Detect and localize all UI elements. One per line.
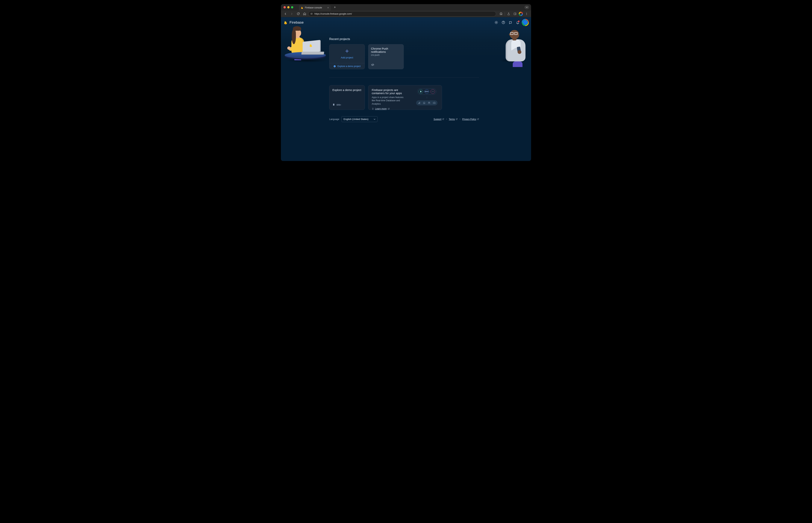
new-tab-button[interactable]: + — [333, 5, 337, 10]
firebase-app: Firebase — [281, 17, 531, 161]
explore-demo-label: Explore a demo project — [337, 65, 360, 68]
extensions-button[interactable] — [498, 11, 504, 17]
external-link-icon — [442, 118, 444, 120]
terms-link[interactable]: Terms — [449, 118, 458, 121]
project-title: Chrome Push notifications — [371, 47, 401, 53]
info-card: Firebase projects are containers for you… — [368, 85, 442, 110]
svg-point-0 — [311, 14, 311, 14]
lower-row: Explore a demo project iOS+ Firebase pro… — [329, 85, 479, 110]
minimize-window-icon[interactable] — [287, 6, 289, 8]
add-project-label: Add project — [341, 56, 353, 59]
back-button[interactable] — [283, 11, 288, 17]
external-link-icon — [477, 118, 479, 120]
lightbulb-icon — [372, 108, 374, 110]
explore-demo-title: Explore a demo project — [332, 88, 361, 92]
browser-menu-button[interactable] — [524, 11, 529, 17]
toolbar-right — [498, 11, 529, 17]
language-label: Language — [329, 118, 339, 121]
tab-title: Firebase console — [305, 6, 326, 9]
content: Recent projects Add project Explore a de… — [329, 37, 479, 122]
support-link[interactable]: Support — [434, 118, 444, 121]
svg-point-6 — [496, 22, 497, 23]
privacy-link[interactable]: Privacy Policy — [462, 118, 479, 121]
account-avatar[interactable] — [522, 19, 528, 26]
web-chip-icon — [430, 89, 435, 94]
divider — [329, 77, 479, 78]
tab-bar: Firebase console × + — [281, 4, 531, 11]
plus-icon — [345, 49, 350, 54]
cloud-functions-icon — [433, 102, 436, 104]
tab-overview-button[interactable] — [524, 5, 529, 9]
explore-platform-icons: iOS+ — [332, 103, 361, 107]
firebase-logo-icon — [284, 20, 288, 24]
help-button[interactable] — [501, 20, 506, 25]
notifications-button[interactable] — [515, 20, 520, 25]
brand[interactable]: Firebase — [284, 20, 304, 24]
ios-icon: iOS+ — [337, 104, 341, 106]
browser-profile-button[interactable] — [519, 12, 523, 16]
browser-window: Firebase console × + — [281, 4, 531, 161]
labs-button[interactable] — [506, 11, 511, 17]
footer: Language English (United States) Support… — [329, 116, 479, 122]
svg-point-1 — [312, 14, 312, 14]
external-link-icon — [388, 108, 390, 110]
app-bar: Firebase — [281, 17, 531, 28]
android-icon — [332, 103, 335, 107]
whats-new-button[interactable] — [508, 20, 513, 25]
add-project-card[interactable]: Add project Explore a demo project — [329, 44, 365, 69]
close-tab-icon[interactable]: × — [327, 6, 329, 9]
separator-dot: • — [460, 118, 460, 121]
external-link-icon — [456, 118, 458, 120]
apps-diagram: iOS+ — [415, 88, 438, 107]
close-window-icon[interactable] — [284, 6, 286, 8]
toolbar-separator — [505, 12, 505, 16]
project-id: crx-push — [371, 54, 401, 56]
explore-demo-card[interactable]: Explore a demo project iOS+ — [329, 85, 365, 110]
separator-dot: • — [446, 118, 447, 121]
chevron-down-icon — [374, 118, 375, 120]
recent-projects-row: Add project Explore a demo project Chrom… — [329, 44, 479, 69]
extensions-icon — [423, 102, 425, 104]
site-info-icon[interactable] — [310, 12, 313, 15]
compass-icon — [333, 65, 336, 68]
address-bar[interactable]: https://console.firebase.google.com/ — [308, 11, 496, 17]
project-card[interactable]: Chrome Push notifications crx-push — [368, 44, 404, 69]
android-chip-icon — [419, 89, 423, 94]
browser-tab[interactable]: Firebase console × — [299, 5, 331, 11]
add-project-main[interactable]: Add project — [330, 44, 365, 63]
app-bar-actions — [494, 19, 528, 26]
info-description: Apps in a project share features like Re… — [372, 96, 407, 106]
auth-icon — [428, 102, 430, 104]
svg-point-4 — [526, 14, 527, 14]
svg-point-11 — [429, 102, 430, 103]
forward-button[interactable] — [289, 11, 294, 17]
theme-toggle-button[interactable] — [494, 20, 499, 25]
explore-demo-link[interactable]: Explore a demo project — [330, 63, 365, 69]
svg-point-10 — [428, 102, 429, 103]
home-button[interactable] — [302, 11, 307, 17]
web-platform-icon — [371, 63, 401, 67]
svg-rect-2 — [514, 13, 516, 15]
ios-chip-icon: iOS+ — [425, 89, 429, 94]
window-controls[interactable] — [284, 6, 293, 8]
language-select[interactable]: English (United States) — [341, 116, 377, 122]
language-value: English (United States) — [343, 118, 368, 121]
side-panel-button[interactable] — [512, 11, 518, 17]
brand-text: Firebase — [289, 20, 304, 24]
learn-more-link[interactable]: Learn more — [372, 107, 390, 110]
zoom-window-icon[interactable] — [291, 6, 293, 8]
browser-toolbar: https://console.firebase.google.com/ — [281, 11, 531, 17]
firebase-favicon-icon — [301, 6, 303, 9]
svg-point-3 — [526, 13, 527, 13]
url-text: https://console.firebase.google.com/ — [314, 13, 352, 15]
reload-button[interactable] — [296, 11, 301, 17]
info-title: Firebase projects are containers for you… — [372, 88, 404, 95]
recent-projects-title: Recent projects — [329, 37, 479, 41]
svg-point-8 — [503, 23, 504, 23]
learn-more-label: Learn more — [375, 107, 387, 110]
analytics-icon — [418, 102, 421, 104]
svg-point-5 — [526, 14, 527, 15]
